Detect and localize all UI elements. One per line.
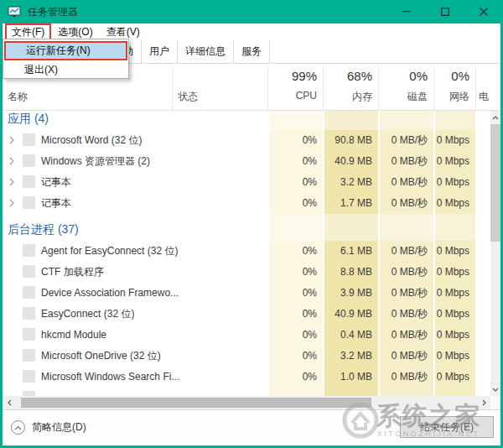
task-manager-app-icon bbox=[8, 6, 21, 18]
cpu-cell: 0% bbox=[269, 346, 323, 367]
network-cell: 0 Mbps bbox=[435, 325, 475, 346]
scroll-left-icon[interactable] bbox=[3, 396, 16, 409]
cpu-cell bbox=[269, 388, 323, 396]
cpu-total-percent: 99% bbox=[269, 69, 323, 83]
header-separator bbox=[433, 66, 434, 110]
disk-cell bbox=[380, 214, 433, 241]
menu-file[interactable]: 文件(F) bbox=[5, 23, 51, 40]
process-icon bbox=[23, 244, 35, 257]
memory-cell: 3.2 MB bbox=[324, 346, 378, 367]
memory-cell bbox=[324, 111, 378, 130]
fewer-details-toggle[interactable]: 简略信息(D) bbox=[11, 420, 86, 435]
column-header-network[interactable]: 网络 bbox=[435, 90, 475, 104]
column-header-memory[interactable]: 内存 bbox=[324, 90, 378, 104]
memory-cell bbox=[324, 388, 378, 396]
network-cell: 0 Mbps bbox=[435, 172, 475, 193]
network-cell: 0 Mbps bbox=[435, 241, 475, 262]
end-task-button[interactable]: 结束任务(E) bbox=[400, 416, 494, 438]
horizontal-scroll-thumb[interactable] bbox=[21, 398, 371, 408]
table-row[interactable]: 0% 40.9 MB 0 MB/秒 0 Mbps Windows 资源管理器 (… bbox=[3, 151, 490, 172]
cpu-cell: 0% bbox=[269, 193, 323, 214]
table-row[interactable]: 0% 3.9 MB 0 MB/秒 0 Mbps Device Associati… bbox=[3, 283, 490, 304]
process-name: 记事本 bbox=[41, 172, 71, 193]
close-button[interactable] bbox=[464, 0, 503, 23]
tab-services[interactable]: 服务 bbox=[234, 40, 270, 64]
cpu-cell bbox=[269, 111, 323, 130]
scroll-right-icon[interactable] bbox=[477, 396, 490, 409]
expand-chevron-icon[interactable] bbox=[9, 136, 14, 144]
titlebar: 任务管理器 bbox=[0, 0, 503, 23]
minimize-button[interactable] bbox=[387, 0, 426, 23]
table-row[interactable]: 0% 3.2 MB 0 MB/秒 0 Mbps Microsoft OneDri… bbox=[3, 346, 490, 367]
column-header-name[interactable]: 名称 bbox=[8, 90, 28, 104]
table-row[interactable]: 0% 40.9 MB 0 MB/秒 0 Mbps EasyConnect (32… bbox=[3, 304, 490, 325]
network-cell: 0 Mbps bbox=[435, 130, 475, 151]
memory-cell: 1.7 MB bbox=[324, 193, 378, 214]
process-icon bbox=[23, 154, 35, 167]
expand-chevron-icon[interactable] bbox=[9, 178, 14, 186]
scroll-up-icon[interactable] bbox=[490, 111, 500, 124]
expand-chevron-icon[interactable] bbox=[9, 199, 14, 207]
scroll-down-icon[interactable] bbox=[490, 383, 500, 396]
disk-cell bbox=[380, 111, 433, 130]
group-header-apps[interactable]: 应用 (4) bbox=[3, 111, 490, 130]
process-name: Microsoft Word (32 位) bbox=[41, 130, 142, 151]
memory-cell: 3.9 MB bbox=[324, 283, 378, 304]
menu-view[interactable]: 查看(V) bbox=[100, 23, 147, 40]
table-row[interactable]: 0% 90.8 MB 0 MB/秒 0 Mbps Microsoft Word … bbox=[3, 130, 490, 151]
cpu-cell bbox=[269, 214, 323, 241]
table-row[interactable]: 0% 3.2 MB 0 MB/秒 0 Mbps 记事本 bbox=[3, 172, 490, 193]
disk-cell: 0 MB/秒 bbox=[380, 346, 433, 367]
table-row-partial[interactable] bbox=[3, 388, 490, 396]
scrollbar-corner bbox=[490, 396, 500, 409]
network-cell bbox=[435, 111, 475, 130]
column-header-power-partial[interactable]: 电 bbox=[479, 90, 489, 104]
maximize-button[interactable] bbox=[426, 0, 464, 23]
column-header-disk[interactable]: 磁盘 bbox=[380, 90, 433, 104]
disk-cell: 0 MB/秒 bbox=[380, 304, 433, 325]
expand-chevron-icon[interactable] bbox=[9, 157, 14, 165]
header-separator bbox=[172, 66, 173, 110]
process-icon bbox=[23, 370, 35, 383]
network-cell bbox=[435, 214, 475, 241]
task-manager-window: 任务管理器 文件(F) 选项(O) 查看(V) 启动 用户 详 bbox=[0, 0, 503, 448]
chevron-up-circle-icon bbox=[11, 420, 25, 435]
client-area: 文件(F) 选项(O) 查看(V) 启动 用户 详细信息 服务 名称 状态 99… bbox=[3, 23, 500, 445]
column-header-status[interactable]: 状态 bbox=[178, 90, 198, 104]
memory-cell: 90.8 MB bbox=[324, 130, 378, 151]
table-row[interactable]: 0% 1.7 MB 0 MB/秒 0 Mbps 记事本 bbox=[3, 193, 490, 214]
disk-cell: 0 MB/秒 bbox=[380, 262, 433, 283]
disk-cell bbox=[380, 388, 433, 396]
process-icon bbox=[23, 286, 35, 299]
tab-details[interactable]: 详细信息 bbox=[178, 40, 234, 64]
table-row[interactable]: 0% 6.1 MB 0 MB/秒 0 Mbps Agent for EasyCo… bbox=[3, 241, 490, 262]
menu-options[interactable]: 选项(O) bbox=[51, 23, 99, 40]
menu-item-run-new-task[interactable]: 运行新任务(N) bbox=[4, 41, 127, 60]
process-icon bbox=[23, 265, 35, 278]
network-cell: 0 Mbps bbox=[435, 367, 475, 388]
header-separator bbox=[323, 66, 324, 110]
disk-total-percent: 0% bbox=[380, 69, 433, 83]
memory-cell: 8.8 MB bbox=[324, 262, 378, 283]
menubar: 文件(F) 选项(O) 查看(V) bbox=[3, 23, 500, 40]
table-row[interactable]: 0% 0.4 MB 0 MB/秒 0 Mbps hkcmd Module bbox=[3, 325, 490, 346]
network-cell: 0 Mbps bbox=[435, 346, 475, 367]
memory-cell: 3.2 MB bbox=[324, 172, 378, 193]
column-header-cpu[interactable]: CPU bbox=[269, 90, 323, 102]
horizontal-scrollbar[interactable] bbox=[3, 396, 490, 409]
process-icon bbox=[23, 175, 35, 188]
window-title: 任务管理器 bbox=[28, 5, 78, 19]
process-icon bbox=[23, 133, 35, 146]
tab-users[interactable]: 用户 bbox=[142, 40, 178, 64]
menu-item-exit[interactable]: 退出(X) bbox=[6, 62, 126, 78]
table-row[interactable]: 0% 8.8 MB 0 MB/秒 0 Mbps CTF 加载程序 bbox=[3, 262, 490, 283]
network-total-percent: 0% bbox=[435, 69, 475, 83]
vertical-scroll-thumb[interactable] bbox=[490, 124, 500, 242]
process-name: hkcmd Module bbox=[41, 325, 106, 346]
process-name: Microsoft OneDrive (32 位) bbox=[41, 346, 161, 367]
group-header-background-processes[interactable]: 后台进程 (37) bbox=[3, 214, 490, 241]
network-cell: 0 Mbps bbox=[435, 304, 475, 325]
vertical-scrollbar[interactable] bbox=[490, 111, 500, 396]
table-row[interactable]: 0% 1.0 MB 0 MB/秒 0 Mbps Microsoft Window… bbox=[3, 367, 490, 388]
file-menu-dropdown: 运行新任务(N) 退出(X) bbox=[3, 39, 129, 79]
